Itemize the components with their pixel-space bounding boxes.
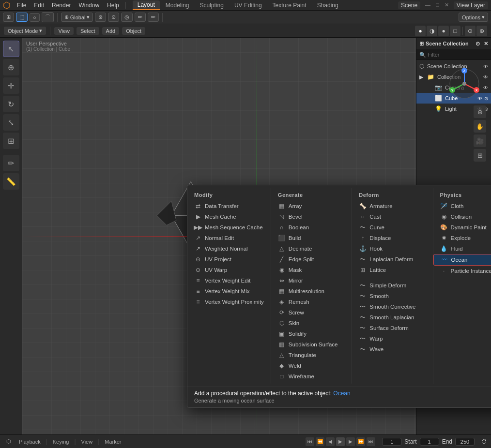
start-frame[interactable]: 1 xyxy=(420,438,439,446)
transform-pivot[interactable]: ⊗ xyxy=(95,13,106,22)
snap-toggle[interactable]: ⊙ xyxy=(108,13,119,22)
modifier-collision[interactable]: ◉ Collision xyxy=(433,211,491,222)
modifier-multiresolution[interactable]: ▦ Multiresolution xyxy=(271,286,352,297)
modifier-armature[interactable]: 🦴 Armature xyxy=(352,201,432,211)
tool-select-lasso[interactable]: ⌒ xyxy=(42,12,54,22)
view-layer[interactable]: View Layer xyxy=(454,1,488,9)
modifier-edge-split[interactable]: ╱ Edge Split xyxy=(271,254,352,265)
modifier-remesh[interactable]: ◈ Remesh xyxy=(271,297,352,307)
shading-wireframe[interactable]: □ xyxy=(450,26,460,36)
modifier-wave[interactable]: 〜 Wave xyxy=(352,344,432,355)
modifier-weld[interactable]: ◆ Weld xyxy=(271,360,352,371)
modifier-wireframe[interactable]: □ Wireframe xyxy=(271,371,352,382)
modifier-mirror[interactable]: ⇔ Mirror xyxy=(271,275,352,286)
bb-playback[interactable]: Playback xyxy=(16,438,43,445)
play-prev-frame[interactable]: ⏪ xyxy=(316,437,324,446)
shading-material[interactable]: ◑ xyxy=(427,26,437,36)
play-prev-keyframe[interactable]: ◀ xyxy=(326,437,335,446)
tool-transform[interactable]: ⊞ xyxy=(3,133,19,149)
modifier-mesh-cache[interactable]: ▶ Mesh Cache xyxy=(187,211,271,222)
viewport-overlays[interactable]: ⊙ xyxy=(465,26,476,36)
axis-gizmo[interactable]: Z X Y xyxy=(447,67,481,101)
modifier-smooth-laplacian[interactable]: 〜 Smooth Laplacian xyxy=(352,312,432,323)
modifier-vertex-weight-edit[interactable]: ≡ Vertex Weight Edit xyxy=(187,275,271,286)
modifier-decimate[interactable]: △ Decimate xyxy=(271,243,352,254)
tool-select[interactable]: ↖ xyxy=(3,41,19,57)
modifier-uv-project[interactable]: ⊙ UV Project xyxy=(187,254,271,265)
modifier-bevel[interactable]: ◹ Bevel xyxy=(271,211,352,222)
modifier-cast[interactable]: ○ Cast xyxy=(352,211,432,222)
modifier-displace[interactable]: ↑ Displace xyxy=(352,233,432,243)
modifier-skin[interactable]: ⬡ Skin xyxy=(271,318,352,329)
tool-rotate[interactable]: ↻ xyxy=(3,96,19,112)
modifier-ocean[interactable]: 〰 Ocean xyxy=(433,254,491,266)
viewport-object-menu[interactable]: Object xyxy=(122,27,145,35)
viewport-pan[interactable]: ✋ xyxy=(474,120,486,133)
modifier-particle-instance[interactable]: · Particle Instance xyxy=(433,266,491,276)
modifier-curve[interactable]: 〜 Curve xyxy=(352,222,432,233)
tool-move[interactable]: ✛ xyxy=(3,77,19,94)
menu-window[interactable]: Window xyxy=(75,1,103,10)
modifier-solidify[interactable]: ▣ Solidify xyxy=(271,329,352,339)
play-jump-start[interactable]: ⏮ xyxy=(306,437,314,446)
modifier-uv-warp[interactable]: ⊙ UV Warp xyxy=(187,265,271,275)
tool-select-box[interactable]: ⬚ xyxy=(16,13,28,22)
modifier-dynamic-paint[interactable]: 🎨 Dynamic Paint xyxy=(433,222,491,233)
mode-selector[interactable]: Object Mode ▾ xyxy=(4,27,46,35)
modifier-fluid[interactable]: 💧 Fluid xyxy=(433,243,491,254)
tab-texture-paint[interactable]: Texture Paint xyxy=(268,1,311,10)
modifier-normal-edit[interactable]: ↗ Normal Edit xyxy=(187,233,271,243)
modifier-warp[interactable]: 〜 Warp xyxy=(352,333,432,344)
tool-measure[interactable]: 📏 xyxy=(3,173,19,190)
tab-sculpting[interactable]: Sculpting xyxy=(195,1,229,10)
menu-file[interactable]: File xyxy=(14,1,30,10)
modifier-vertex-weight-proximity[interactable]: ≡ Vertex Weight Proximity xyxy=(187,297,271,307)
modifier-cloth[interactable]: 🪡 Cloth xyxy=(433,201,491,211)
play-next-frame[interactable]: ⏩ xyxy=(356,437,365,446)
modifier-data-transfer[interactable]: ⇄ Data Transfer xyxy=(187,201,271,211)
modifier-simple-deform[interactable]: 〜 Simple Deform xyxy=(352,280,432,291)
viewport-gizmos[interactable]: ⊕ xyxy=(476,26,487,36)
proportional-edit[interactable]: ◎ xyxy=(121,13,133,22)
window-close[interactable]: ✕ xyxy=(443,2,451,8)
modifier-smooth[interactable]: 〜 Smooth xyxy=(352,291,432,301)
modifier-vertex-weight-mix[interactable]: ≡ Vertex Weight Mix xyxy=(187,286,271,297)
annotation[interactable]: ✏ xyxy=(148,13,159,22)
shading-solid[interactable]: ● xyxy=(438,26,449,36)
tab-shading[interactable]: Shading xyxy=(312,1,343,10)
options-btn[interactable]: Options ▾ xyxy=(459,13,488,22)
bb-marker[interactable]: Marker xyxy=(102,438,123,445)
modifier-mesh-seq-cache[interactable]: ▶▶ Mesh Sequence Cache xyxy=(187,222,271,233)
modifier-explode[interactable]: ✸ Explode xyxy=(433,233,491,243)
bb-view[interactable]: View xyxy=(79,438,95,445)
modifier-triangulate[interactable]: △ Triangulate xyxy=(271,350,352,360)
window-minimize[interactable]: — xyxy=(423,2,432,8)
modifier-smooth-corrective[interactable]: 〜 Smooth Corrective xyxy=(352,301,432,312)
modifier-laplacian-deform[interactable]: 〜 Laplacian Deform xyxy=(352,254,432,265)
viewport-select-menu[interactable]: Select xyxy=(77,27,99,35)
modifier-lattice[interactable]: ⊞ Lattice xyxy=(352,265,432,275)
tab-uv-editing[interactable]: UV Editing xyxy=(230,1,267,10)
viewport-camera[interactable]: 🎥 xyxy=(474,134,486,147)
bb-keying[interactable]: Keying xyxy=(50,438,72,445)
modifier-mask[interactable]: ◉ Mask xyxy=(271,265,352,275)
tool-annotate[interactable]: ✏ xyxy=(3,155,19,171)
modifier-boolean[interactable]: ∩ Boolean xyxy=(271,222,352,233)
viewport-grid-toggle[interactable]: ⊞ xyxy=(474,149,486,162)
global-transform[interactable]: ⊕ Global ▾ xyxy=(61,13,93,22)
cube-render[interactable]: ⊙ xyxy=(484,96,488,101)
scene-name[interactable]: Scene xyxy=(398,1,420,9)
shading-rendered[interactable]: ● xyxy=(415,26,426,36)
tab-modeling[interactable]: Modeling xyxy=(161,1,194,10)
tool-select-circle[interactable]: ○ xyxy=(30,13,40,22)
modifier-weighted-normal[interactable]: ↗ Weighted Normal xyxy=(187,243,271,254)
modifier-array[interactable]: ▦ Array xyxy=(271,201,352,211)
current-frame[interactable]: 1 xyxy=(382,438,401,446)
timeline-icon[interactable]: ⏱ xyxy=(481,438,487,445)
grease-pencil[interactable]: ✏ xyxy=(135,13,146,22)
modifier-hook[interactable]: ⚓ Hook xyxy=(352,243,432,254)
viewport-add-menu[interactable]: Add xyxy=(102,27,120,35)
modifier-screw[interactable]: ⟳ Screw xyxy=(271,307,352,318)
viewport-zoom-in[interactable]: ⊕ xyxy=(474,105,486,118)
play-jump-end[interactable]: ⏭ xyxy=(367,437,375,446)
